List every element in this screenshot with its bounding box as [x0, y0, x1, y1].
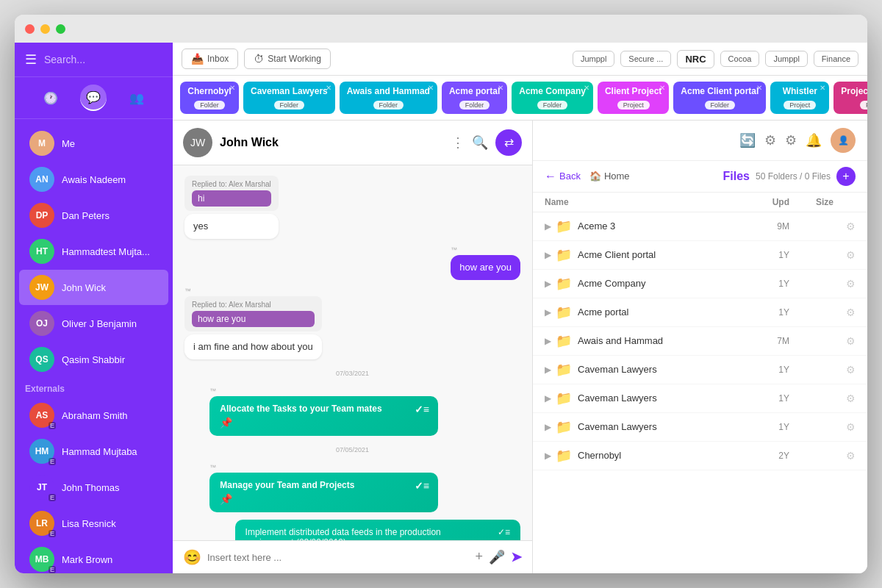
file-action-icon[interactable]: ⚙	[833, 421, 856, 433]
brand-cocoa[interactable]: Cocoa	[720, 51, 760, 67]
search-chat-icon[interactable]: 🔍	[472, 135, 488, 151]
tab-close-icon[interactable]: ✕	[428, 84, 434, 92]
expand-icon[interactable]: ▶	[545, 221, 551, 232]
sidebar-contact-item[interactable]: HT Hammadtest Mujta...	[19, 234, 168, 269]
file-action-icon[interactable]: ⚙	[833, 335, 856, 347]
home-button[interactable]: 🏠 Home	[589, 171, 630, 182]
file-updated: 1Y	[753, 393, 789, 404]
expand-icon[interactable]: ▶	[545, 250, 551, 260]
sidebar-contact-item[interactable]: OJ Oliver J Benjamin	[19, 306, 168, 341]
tab-close-icon[interactable]: ✕	[229, 84, 235, 92]
tab-close-icon[interactable]: ✕	[498, 84, 503, 92]
clock-icon[interactable]: 🕐	[37, 85, 64, 111]
brand-nrc[interactable]: NRC	[677, 50, 714, 68]
file-row[interactable]: ▶ 📁 Awais and Hammad 7M ⚙	[533, 327, 867, 356]
message-input[interactable]	[207, 552, 469, 563]
sidebar-contact-item[interactable]: M Me	[19, 126, 168, 161]
chat-input-actions: + 🎤 ➤	[475, 549, 522, 565]
contact-name: Oliver J Benjamin	[62, 318, 158, 329]
file-row[interactable]: ▶ 📁 Aceme 3 9M ⚙	[533, 212, 867, 241]
expand-icon[interactable]: ▶	[545, 279, 551, 289]
folder-icon: 📁	[556, 276, 572, 292]
tab-close-icon[interactable]: ✕	[326, 84, 331, 92]
tab-close-icon[interactable]: ✕	[756, 84, 762, 92]
project-tab[interactable]: ✕ Client Project Project	[598, 82, 669, 114]
add-folder-button[interactable]: +	[836, 167, 856, 186]
expand-icon[interactable]: ▶	[545, 336, 551, 346]
sidebar-external-item[interactable]: AS E Abraham Smith	[19, 398, 168, 433]
file-row[interactable]: ▶ 📁 Caveman Lawyers 1Y ⚙	[533, 356, 867, 384]
refresh-icon[interactable]: 🔄	[739, 132, 756, 148]
add-icon[interactable]: +	[475, 549, 483, 565]
task-bubble[interactable]: ✓≡ Allocate the Tasks to your Team mates…	[209, 396, 438, 436]
expand-icon[interactable]: ▶	[545, 307, 551, 318]
file-action-icon[interactable]: ⚙	[833, 392, 856, 404]
file-row[interactable]: ▶ 📁 Acme Company 1Y ⚙	[533, 270, 867, 298]
swap-button[interactable]: ⇄	[495, 129, 522, 156]
sidebar-external-item[interactable]: MB E Mark Brown	[19, 542, 168, 573]
file-row[interactable]: ▶ 📁 Acme Client portal 1Y ⚙	[533, 241, 867, 270]
file-action-icon[interactable]: ⚙	[833, 220, 856, 232]
project-tab[interactable]: ✕ Caveman Lawyers Folder	[243, 82, 335, 114]
file-action-icon[interactable]: ⚙	[833, 278, 856, 290]
tab-close-icon[interactable]: ✕	[820, 84, 825, 92]
expand-icon[interactable]: ▶	[545, 422, 551, 432]
sidebar-contact-item[interactable]: QS Qasim Shabbir	[19, 342, 168, 377]
maximize-button[interactable]	[56, 24, 65, 34]
chat-contact-name: John Wick	[220, 136, 444, 149]
chat-header-icons: ⋮ 🔍	[451, 135, 488, 151]
expand-icon[interactable]: ▶	[545, 451, 551, 461]
minimize-button[interactable]	[40, 24, 50, 34]
task-bubble[interactable]: ✓≡ Manage your Team and Projects 📌	[209, 473, 438, 512]
file-row[interactable]: ▶ 📁 Caveman Lawyers 1Y ⚙	[533, 384, 867, 413]
emoji-icon[interactable]: 😊	[183, 548, 201, 566]
expand-icon[interactable]: ▶	[545, 365, 551, 375]
file-row[interactable]: ▶ 📁 Chernobyl 2Y ⚙	[533, 442, 867, 470]
send-icon[interactable]: ➤	[511, 549, 522, 565]
message-check-icon: ✓≡	[498, 527, 510, 537]
inbox-button[interactable]: 📥 Inbox	[182, 49, 238, 69]
tab-close-icon[interactable]: ✕	[584, 84, 589, 92]
chat-icon[interactable]: 💬	[80, 85, 107, 111]
sidebar-external-item[interactable]: LR E Lisa Resnick	[19, 506, 168, 541]
project-tab[interactable]: ✕ Project Weekly Post	[833, 82, 867, 114]
brand-jumppl-1[interactable]: Jumppl	[573, 51, 614, 67]
mic-icon[interactable]: 🎤	[489, 549, 505, 565]
bell-icon[interactable]: 🔔	[806, 132, 822, 148]
gear-icon[interactable]: ⚙	[785, 132, 797, 148]
column-size-header: Size	[789, 197, 833, 207]
brand-jumppl-2[interactable]: Jumppl	[765, 51, 807, 67]
message-bubble: i am fine and how about you	[184, 334, 322, 359]
project-tab[interactable]: ✕ Acme Client portal Folder	[673, 82, 766, 114]
tab-badge: Project	[784, 101, 816, 110]
sidebar-external-item[interactable]: HM E Hammad Mujtaba	[19, 434, 168, 469]
sidebar-contact-item[interactable]: DP Dan Peters	[19, 198, 168, 233]
sidebar-contact-item[interactable]: AN Awais Nadeem	[19, 162, 168, 197]
hamburger-icon[interactable]: ☰	[25, 51, 37, 68]
file-action-icon[interactable]: ⚙	[833, 364, 856, 376]
project-tab[interactable]: ✕ Acme Company Folder	[512, 82, 593, 114]
file-row[interactable]: ▶ 📁 Acme portal 1Y ⚙	[533, 298, 867, 327]
project-tab[interactable]: ✕ Awais and Hammad Folder	[340, 82, 437, 114]
back-button[interactable]: ← Back	[545, 170, 581, 183]
file-action-icon[interactable]: ⚙	[833, 306, 856, 318]
project-tab[interactable]: ✕ Chernobyl Folder	[180, 82, 239, 114]
search-input[interactable]	[44, 54, 173, 65]
close-button[interactable]	[25, 24, 35, 34]
file-action-icon[interactable]: ⚙	[833, 249, 856, 261]
tab-close-icon[interactable]: ✕	[659, 84, 665, 92]
file-action-icon[interactable]: ⚙	[833, 450, 856, 462]
sidebar-contact-item[interactable]: JW John Wick	[19, 270, 168, 305]
reply-context: Replied to: Alex Marshal hi	[184, 176, 279, 211]
start-working-button[interactable]: ⏱ Start Working	[244, 49, 330, 69]
expand-icon[interactable]: ▶	[545, 393, 551, 404]
brand-finance[interactable]: Finance	[814, 51, 858, 67]
brand-secure[interactable]: Secure ...	[620, 51, 671, 67]
settings-icon[interactable]: ⚙	[764, 132, 776, 148]
project-tab[interactable]: ✕ Whistler Project	[770, 82, 829, 114]
project-tab[interactable]: ✕ Acme portal Folder	[442, 82, 507, 114]
people-icon[interactable]: 👥	[123, 85, 150, 111]
more-icon[interactable]: ⋮	[451, 135, 465, 151]
file-row[interactable]: ▶ 📁 Caveman Lawyers 1Y ⚙	[533, 413, 867, 442]
sidebar-external-item[interactable]: JT E John Thomas	[19, 470, 168, 505]
